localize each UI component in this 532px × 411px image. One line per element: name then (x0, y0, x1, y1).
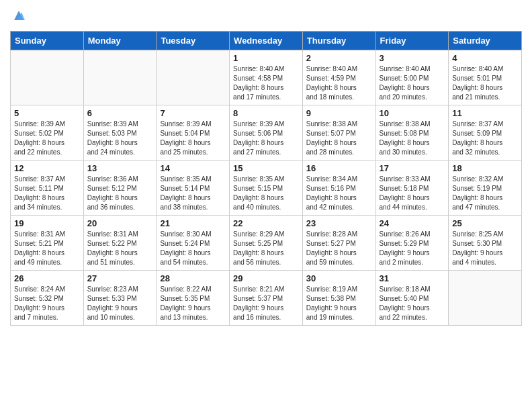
day-number: 17 (380, 163, 445, 173)
day-cell: 3Sunrise: 8:40 AM Sunset: 5:00 PM Daylig… (375, 50, 449, 105)
day-number: 13 (87, 163, 153, 173)
day-info: Sunrise: 8:32 AM Sunset: 5:19 PM Dayligh… (452, 175, 518, 212)
day-number: 24 (380, 218, 445, 228)
day-number: 5 (14, 108, 80, 118)
day-number: 11 (452, 108, 518, 118)
day-info: Sunrise: 8:40 AM Sunset: 4:59 PM Dayligh… (306, 64, 372, 102)
day-cell: 5Sunrise: 8:39 AM Sunset: 5:02 PM Daylig… (11, 105, 84, 161)
day-number: 9 (306, 108, 372, 118)
day-cell: 10Sunrise: 8:38 AM Sunset: 5:08 PM Dayli… (375, 105, 449, 161)
day-info: Sunrise: 8:18 AM Sunset: 5:40 PM Dayligh… (380, 285, 445, 322)
day-number: 3 (380, 53, 445, 63)
day-info: Sunrise: 8:21 AM Sunset: 5:37 PM Dayligh… (233, 285, 299, 322)
day-number: 1 (233, 53, 299, 63)
day-info: Sunrise: 8:39 AM Sunset: 5:02 PM Dayligh… (14, 120, 80, 157)
day-cell: 30Sunrise: 8:19 AM Sunset: 5:38 PM Dayli… (302, 271, 375, 326)
logo (10, 7, 26, 26)
day-info: Sunrise: 8:35 AM Sunset: 5:15 PM Dayligh… (233, 175, 299, 212)
day-info: Sunrise: 8:25 AM Sunset: 5:30 PM Dayligh… (452, 230, 518, 267)
day-cell (449, 271, 522, 326)
day-number: 27 (87, 273, 153, 283)
day-number: 7 (160, 108, 226, 118)
day-cell: 1Sunrise: 8:40 AM Sunset: 4:58 PM Daylig… (230, 50, 303, 105)
day-cell: 4Sunrise: 8:40 AM Sunset: 5:01 PM Daylig… (449, 50, 522, 105)
day-info: Sunrise: 8:33 AM Sunset: 5:18 PM Dayligh… (380, 175, 445, 212)
weekday-header-thursday: Thursday (302, 32, 375, 50)
day-cell: 31Sunrise: 8:18 AM Sunset: 5:40 PM Dayli… (375, 271, 449, 326)
day-info: Sunrise: 8:22 AM Sunset: 5:35 PM Dayligh… (160, 285, 226, 322)
day-info: Sunrise: 8:39 AM Sunset: 5:04 PM Dayligh… (160, 120, 226, 157)
day-info: Sunrise: 8:19 AM Sunset: 5:38 PM Dayligh… (306, 285, 372, 322)
day-cell: 14Sunrise: 8:35 AM Sunset: 5:14 PM Dayli… (157, 161, 230, 216)
day-cell: 19Sunrise: 8:31 AM Sunset: 5:21 PM Dayli… (11, 216, 84, 271)
weekday-header-monday: Monday (83, 32, 157, 50)
day-info: Sunrise: 8:36 AM Sunset: 5:12 PM Dayligh… (87, 175, 153, 212)
day-cell: 24Sunrise: 8:26 AM Sunset: 5:29 PM Dayli… (375, 216, 449, 271)
day-cell: 7Sunrise: 8:39 AM Sunset: 5:04 PM Daylig… (157, 105, 230, 161)
day-cell: 29Sunrise: 8:21 AM Sunset: 5:37 PM Dayli… (230, 271, 303, 326)
week-row-3: 19Sunrise: 8:31 AM Sunset: 5:21 PM Dayli… (11, 216, 522, 271)
week-row-2: 12Sunrise: 8:37 AM Sunset: 5:11 PM Dayli… (11, 161, 522, 216)
day-cell: 23Sunrise: 8:28 AM Sunset: 5:27 PM Dayli… (302, 216, 375, 271)
day-cell: 6Sunrise: 8:39 AM Sunset: 5:03 PM Daylig… (83, 105, 157, 161)
day-cell: 13Sunrise: 8:36 AM Sunset: 5:12 PM Dayli… (83, 161, 157, 216)
day-number: 6 (87, 108, 153, 118)
header (10, 7, 522, 26)
day-info: Sunrise: 8:39 AM Sunset: 5:03 PM Dayligh… (87, 120, 153, 157)
day-number: 25 (452, 218, 518, 228)
weekday-header-sunday: Sunday (11, 32, 84, 50)
day-number: 15 (233, 163, 299, 173)
day-info: Sunrise: 8:29 AM Sunset: 5:25 PM Dayligh… (233, 230, 299, 267)
day-cell: 25Sunrise: 8:25 AM Sunset: 5:30 PM Dayli… (449, 216, 522, 271)
day-number: 2 (306, 53, 372, 63)
day-number: 4 (452, 53, 518, 63)
day-info: Sunrise: 8:38 AM Sunset: 5:07 PM Dayligh… (306, 120, 372, 157)
day-cell: 22Sunrise: 8:29 AM Sunset: 5:25 PM Dayli… (230, 216, 303, 271)
day-cell: 28Sunrise: 8:22 AM Sunset: 5:35 PM Dayli… (157, 271, 230, 326)
day-info: Sunrise: 8:24 AM Sunset: 5:32 PM Dayligh… (14, 285, 80, 322)
day-info: Sunrise: 8:31 AM Sunset: 5:21 PM Dayligh… (14, 230, 80, 267)
day-cell (83, 50, 157, 105)
day-info: Sunrise: 8:35 AM Sunset: 5:14 PM Dayligh… (160, 175, 226, 212)
page: SundayMondayTuesdayWednesdayThursdayFrid… (0, 0, 532, 336)
day-cell: 9Sunrise: 8:38 AM Sunset: 5:07 PM Daylig… (302, 105, 375, 161)
day-number: 26 (14, 273, 80, 283)
day-info: Sunrise: 8:31 AM Sunset: 5:22 PM Dayligh… (87, 230, 153, 267)
day-number: 18 (452, 163, 518, 173)
day-cell: 27Sunrise: 8:23 AM Sunset: 5:33 PM Dayli… (83, 271, 157, 326)
day-cell: 12Sunrise: 8:37 AM Sunset: 5:11 PM Dayli… (11, 161, 84, 216)
day-number: 19 (14, 218, 80, 228)
day-info: Sunrise: 8:38 AM Sunset: 5:08 PM Dayligh… (380, 120, 445, 157)
weekday-header-friday: Friday (375, 32, 449, 50)
day-info: Sunrise: 8:37 AM Sunset: 5:09 PM Dayligh… (452, 120, 518, 157)
day-number: 14 (160, 163, 226, 173)
day-info: Sunrise: 8:40 AM Sunset: 4:58 PM Dayligh… (233, 64, 299, 102)
weekday-header-wednesday: Wednesday (230, 32, 303, 50)
day-cell: 11Sunrise: 8:37 AM Sunset: 5:09 PM Dayli… (449, 105, 522, 161)
day-info: Sunrise: 8:37 AM Sunset: 5:11 PM Dayligh… (14, 175, 80, 212)
day-info: Sunrise: 8:39 AM Sunset: 5:06 PM Dayligh… (233, 120, 299, 157)
day-number: 22 (233, 218, 299, 228)
day-number: 30 (306, 273, 372, 283)
day-cell (157, 50, 230, 105)
weekday-header-row: SundayMondayTuesdayWednesdayThursdayFrid… (11, 32, 522, 50)
calendar-table: SundayMondayTuesdayWednesdayThursdayFrid… (10, 31, 522, 326)
day-cell: 21Sunrise: 8:30 AM Sunset: 5:24 PM Dayli… (157, 216, 230, 271)
day-number: 10 (380, 108, 445, 118)
week-row-4: 26Sunrise: 8:24 AM Sunset: 5:32 PM Dayli… (11, 271, 522, 326)
day-info: Sunrise: 8:30 AM Sunset: 5:24 PM Dayligh… (160, 230, 226, 267)
day-cell: 16Sunrise: 8:34 AM Sunset: 5:16 PM Dayli… (302, 161, 375, 216)
day-info: Sunrise: 8:34 AM Sunset: 5:16 PM Dayligh… (306, 175, 372, 212)
day-number: 23 (306, 218, 372, 228)
weekday-header-tuesday: Tuesday (157, 32, 230, 50)
week-row-1: 5Sunrise: 8:39 AM Sunset: 5:02 PM Daylig… (11, 105, 522, 161)
day-number: 31 (380, 273, 445, 283)
day-info: Sunrise: 8:23 AM Sunset: 5:33 PM Dayligh… (87, 285, 153, 322)
weekday-header-saturday: Saturday (449, 32, 522, 50)
day-info: Sunrise: 8:26 AM Sunset: 5:29 PM Dayligh… (380, 230, 445, 267)
day-cell: 20Sunrise: 8:31 AM Sunset: 5:22 PM Dayli… (83, 216, 157, 271)
day-cell: 18Sunrise: 8:32 AM Sunset: 5:19 PM Dayli… (449, 161, 522, 216)
day-cell: 26Sunrise: 8:24 AM Sunset: 5:32 PM Dayli… (11, 271, 84, 326)
week-row-0: 1Sunrise: 8:40 AM Sunset: 4:58 PM Daylig… (11, 50, 522, 105)
day-cell: 2Sunrise: 8:40 AM Sunset: 4:59 PM Daylig… (302, 50, 375, 105)
